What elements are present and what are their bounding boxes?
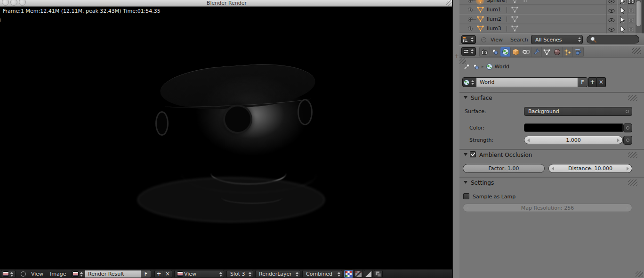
checkmark-icon — [471, 152, 475, 156]
strength-node-socket-button[interactable] — [623, 136, 632, 145]
mesh-object-icon — [477, 6, 484, 13]
panel-drag-handle[interactable] — [628, 180, 637, 186]
settings-panel-header[interactable]: Settings — [459, 179, 644, 187]
expand-icon[interactable] — [468, 8, 473, 12]
surface-type-dropdown[interactable]: Background — [524, 107, 632, 116]
sample-as-lamp-checkbox[interactable] — [463, 193, 469, 199]
new-world-button[interactable]: + — [588, 77, 597, 87]
world-globe-icon — [463, 79, 470, 86]
window-gap — [452, 0, 459, 278]
fake-user-button[interactable]: F — [578, 77, 588, 87]
search-input[interactable] — [587, 35, 639, 44]
object-name[interactable]: llum1 — [487, 7, 501, 13]
tab-scene[interactable] — [490, 47, 500, 57]
unlink-world-button[interactable]: × — [597, 77, 606, 87]
menu-image[interactable]: Image — [50, 270, 66, 278]
ambient-occlusion-checkbox[interactable] — [470, 151, 476, 157]
scene-filter-dropdown[interactable]: All Scenes — [531, 35, 583, 44]
ambient-occlusion-panel-header[interactable]: Ambient Occlusion — [459, 151, 644, 159]
view-mode-dropdown[interactable]: View — [174, 270, 224, 278]
menu-search[interactable]: Search — [510, 37, 528, 43]
tab-constraints[interactable] — [521, 47, 531, 57]
tab-modifiers[interactable] — [531, 47, 542, 57]
zbuffer-display-icon[interactable] — [374, 270, 383, 278]
tab-object[interactable] — [511, 47, 521, 57]
object-name[interactable]: llum3 — [487, 25, 501, 32]
outliner-scrollbar-thumb[interactable] — [636, 0, 641, 27]
window-titlebar[interactable]: Blender Render — [0, 0, 453, 6]
tab-material[interactable] — [552, 47, 563, 57]
expand-icon[interactable] — [468, 17, 473, 22]
outliner-editor-icon — [463, 37, 469, 43]
strength-slider[interactable]: 1.000 — [524, 136, 623, 144]
collapse-menus-icon[interactable] — [481, 37, 486, 42]
collapse-triangle-icon[interactable] — [464, 96, 467, 99]
slider-left-arrow-icon[interactable] — [466, 206, 468, 210]
new-image-button[interactable]: + — [154, 270, 163, 278]
slider-right-arrow-icon[interactable] — [627, 167, 629, 171]
map-resolution-slider[interactable]: Map Resolution: 256 — [463, 204, 632, 212]
outliner-edge — [642, 0, 644, 33]
panel-drag-handle[interactable] — [628, 152, 637, 158]
expand-icon[interactable] — [468, 26, 473, 31]
visibility-column[interactable] — [608, 0, 615, 33]
area-corner-handle[interactable] — [636, 271, 643, 277]
surface-panel-header[interactable]: Surface — [459, 94, 644, 102]
render-layer-dropdown[interactable]: RenderLayer — [255, 270, 300, 278]
window-title: Blender Render — [0, 0, 453, 6]
slider-left-arrow-icon[interactable] — [527, 139, 530, 142]
renderable-column[interactable] — [628, 0, 635, 33]
map-resolution-value: Map Resolution: 256 — [521, 205, 574, 211]
world-name-field[interactable]: World — [476, 77, 578, 87]
collapsed-region-plus-icon[interactable]: + — [0, 17, 2, 23]
browse-world-button[interactable] — [462, 77, 476, 87]
pin-icon[interactable] — [463, 63, 470, 70]
collapsed-region-plus-icon[interactable]: + — [454, 53, 459, 59]
strength-label: Strength: — [469, 137, 493, 143]
menu-view[interactable]: View — [31, 270, 43, 278]
panel-title: Settings — [471, 180, 494, 186]
color-node-socket-button[interactable] — [623, 123, 632, 132]
editor-type-button[interactable] — [1, 270, 16, 278]
browse-image-button[interactable] — [72, 270, 85, 278]
area-corner-handle[interactable] — [446, 0, 452, 6]
menu-view[interactable]: View — [491, 37, 503, 43]
chevron-updown-icon — [471, 37, 474, 42]
editor-type-button[interactable] — [461, 47, 476, 56]
editor-type-button[interactable] — [461, 35, 476, 44]
slider-right-arrow-icon[interactable] — [617, 139, 620, 142]
render-camera-icon — [481, 49, 488, 55]
image-name-field[interactable]: Render Result — [85, 270, 141, 278]
background-color-swatch[interactable] — [524, 123, 623, 132]
slider-left-arrow-icon[interactable] — [552, 167, 554, 171]
tab-render[interactable] — [480, 47, 490, 57]
alpha-display-icon[interactable] — [364, 270, 373, 278]
ao-distance-slider[interactable]: Distance: 10.000 — [548, 164, 632, 173]
slot-dropdown[interactable]: Slot 3 — [226, 270, 253, 278]
tab-object-data[interactable] — [542, 47, 552, 57]
display-channel-buttons — [344, 270, 383, 278]
breadcrumb-world[interactable]: World — [495, 64, 510, 70]
tab-physics[interactable] — [573, 47, 583, 57]
expand-icon[interactable] — [468, 0, 473, 3]
collapse-triangle-icon[interactable] — [464, 153, 467, 156]
selectable-column[interactable] — [619, 0, 625, 33]
slider-right-arrow-icon[interactable] — [627, 206, 629, 210]
panel-divider — [459, 92, 644, 93]
particles-icon — [564, 49, 572, 56]
ao-factor-slider[interactable]: Factor: 1.00 — [463, 164, 545, 173]
render-pass-dropdown[interactable]: Combined — [302, 270, 342, 278]
object-name[interactable]: Sphere — [487, 0, 505, 3]
collapse-menus-icon[interactable] — [21, 271, 26, 277]
scene-icon[interactable] — [472, 63, 480, 70]
unlink-image-button[interactable]: × — [163, 270, 172, 278]
color-display-icon[interactable] — [344, 270, 353, 278]
color-alpha-display-icon[interactable] — [354, 270, 363, 278]
panel-drag-handle[interactable] — [628, 95, 637, 101]
collapse-triangle-icon[interactable] — [464, 181, 467, 184]
object-name[interactable]: llum2 — [487, 16, 501, 22]
tab-particles[interactable] — [563, 47, 573, 57]
tab-world[interactable] — [500, 47, 511, 57]
area-corner-handle[interactable] — [632, 48, 641, 54]
fake-user-button[interactable]: F — [141, 270, 151, 278]
